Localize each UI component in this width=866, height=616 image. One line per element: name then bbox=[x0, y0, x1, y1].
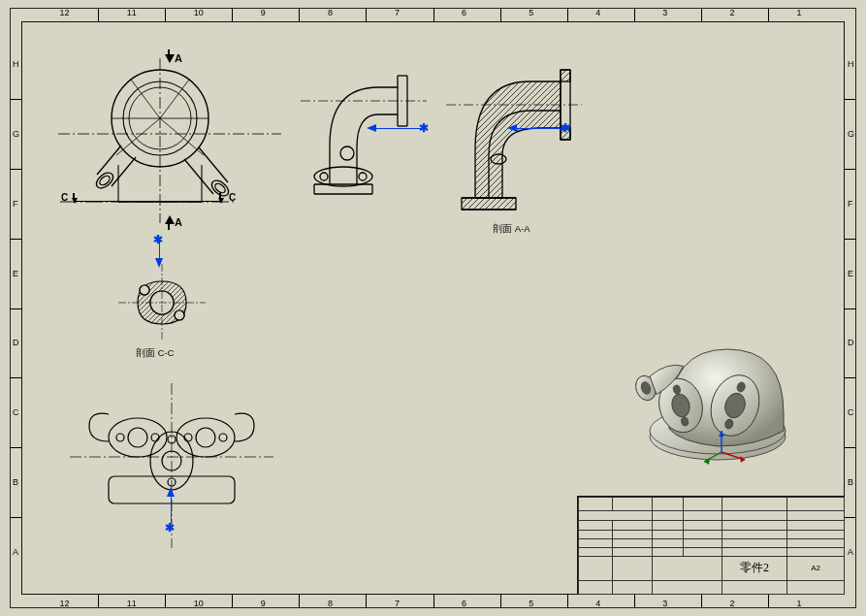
ruler-tick bbox=[366, 595, 367, 608]
ruler-tick bbox=[768, 8, 769, 21]
tb-bot-c0 bbox=[579, 580, 613, 594]
ruler-tick bbox=[634, 595, 635, 608]
ruler-tick bbox=[366, 8, 367, 21]
tb-r1c4 bbox=[683, 498, 722, 511]
view-origin-line-3 bbox=[514, 128, 562, 129]
ruler-label: C bbox=[848, 407, 854, 417]
tb-r1c5 bbox=[722, 498, 787, 511]
ruler-label: D bbox=[848, 338, 854, 347]
ruler-tick bbox=[10, 517, 21, 518]
label-section-cc: 剖面 C-C bbox=[136, 347, 175, 360]
svg-marker-86 bbox=[719, 431, 724, 437]
tb-r1c1 bbox=[579, 498, 613, 511]
ruler-label: B bbox=[13, 477, 18, 487]
view-origin-star-1b: ✱ bbox=[153, 233, 163, 246]
ruler-label: F bbox=[848, 199, 853, 209]
svg-line-20 bbox=[116, 118, 160, 155]
ruler-tick bbox=[701, 8, 702, 21]
ruler-label: H bbox=[13, 59, 19, 69]
title-block: 零件2 A2 bbox=[577, 496, 845, 595]
ruler-label: 12 bbox=[60, 599, 70, 608]
ruler-label: 5 bbox=[529, 8, 533, 17]
tb-company bbox=[653, 557, 722, 580]
svg-point-34 bbox=[340, 146, 354, 160]
tb-r4c2 bbox=[653, 530, 683, 538]
ruler-label: 2 bbox=[729, 599, 734, 608]
tb-r6c0 bbox=[579, 548, 613, 557]
ruler-label: 11 bbox=[127, 8, 137, 17]
ruler-tick bbox=[845, 447, 856, 448]
ruler-label: 1 bbox=[796, 8, 801, 17]
tb-r2c3 bbox=[683, 511, 722, 521]
tb-bot-c1 bbox=[612, 580, 653, 594]
ruler-label: 3 bbox=[662, 8, 667, 17]
tb-r5c1 bbox=[612, 538, 653, 547]
ruler-label: 8 bbox=[328, 599, 333, 608]
tb-bot-c4 bbox=[787, 580, 845, 594]
svg-line-10 bbox=[184, 159, 213, 194]
section-arrow-a-bottom bbox=[165, 215, 175, 224]
ruler-tick bbox=[98, 8, 99, 21]
svg-marker-82 bbox=[740, 456, 745, 463]
svg-point-62 bbox=[151, 434, 159, 441]
ruler-label: 2 bbox=[729, 8, 734, 17]
view-origin-arrow-3 bbox=[507, 124, 517, 132]
tb-r5c4 bbox=[722, 538, 787, 547]
ruler-tick bbox=[701, 595, 702, 608]
view-origin-arrow-5 bbox=[167, 487, 175, 497]
ruler-tick bbox=[845, 239, 856, 240]
ruler-label: E bbox=[13, 269, 18, 278]
svg-rect-41 bbox=[561, 70, 570, 81]
svg-point-64 bbox=[219, 434, 227, 441]
svg-point-28 bbox=[320, 173, 328, 180]
ruler-tick bbox=[232, 8, 233, 21]
tb-r1c2 bbox=[612, 498, 653, 511]
tb-r5c2 bbox=[653, 538, 683, 547]
svg-point-51 bbox=[175, 310, 184, 320]
tb-r6c5 bbox=[787, 548, 845, 557]
ruler-label: 6 bbox=[462, 599, 466, 608]
ruler-tick bbox=[433, 595, 434, 608]
ruler-tick bbox=[10, 239, 21, 240]
ruler-label: 6 bbox=[462, 8, 466, 17]
ruler-label: 12 bbox=[60, 8, 70, 17]
iso-axes-icon bbox=[702, 427, 760, 471]
ruler-tick bbox=[500, 8, 501, 21]
ruler-tick bbox=[845, 308, 856, 309]
ruler-tick bbox=[10, 377, 21, 378]
tb-r6c2 bbox=[653, 548, 683, 557]
ruler-label: 9 bbox=[261, 599, 266, 608]
ruler-label: 4 bbox=[595, 599, 600, 608]
ruler-tick bbox=[433, 8, 434, 21]
label-section-aa: 剖面 A-A bbox=[493, 223, 529, 236]
ruler-label: 7 bbox=[395, 599, 400, 608]
view-origin-star-3: ✱ bbox=[561, 121, 570, 135]
svg-point-29 bbox=[359, 173, 367, 180]
ruler-label: 10 bbox=[194, 599, 204, 608]
ruler-label: A bbox=[848, 547, 853, 557]
tb-r4c1 bbox=[612, 530, 653, 538]
tb-r4c5 bbox=[787, 530, 845, 538]
svg-line-6 bbox=[112, 157, 136, 186]
ruler-label: G bbox=[13, 129, 19, 139]
tb-company-c1 bbox=[612, 557, 653, 580]
ruler-tick bbox=[98, 595, 99, 608]
view-section-aa bbox=[446, 62, 582, 215]
ruler-tick bbox=[845, 377, 856, 378]
tb-r4c0 bbox=[579, 530, 613, 538]
ruler-label: 7 bbox=[395, 8, 400, 17]
svg-rect-43 bbox=[462, 198, 516, 210]
ruler-tick bbox=[845, 169, 856, 170]
part-name: 零件2 bbox=[722, 557, 787, 580]
ruler-label: H bbox=[848, 59, 854, 69]
section-label-a-top: A bbox=[175, 52, 182, 64]
view-origin-arrow-2 bbox=[367, 124, 376, 132]
view-origin-line-5 bbox=[171, 495, 172, 524]
ruler-tick bbox=[10, 169, 21, 170]
ruler-label: B bbox=[848, 477, 853, 487]
ruler-label: C bbox=[13, 407, 19, 417]
svg-line-5 bbox=[97, 146, 121, 175]
tb-r2c4 bbox=[722, 511, 787, 521]
ruler-label: 8 bbox=[328, 8, 333, 17]
tb-r4c3 bbox=[683, 530, 722, 538]
